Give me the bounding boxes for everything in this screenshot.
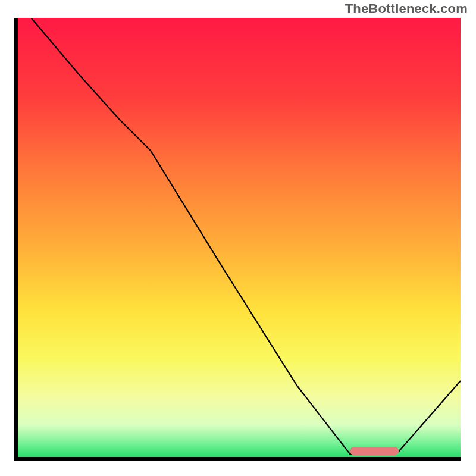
plot-area [18, 18, 461, 461]
bottleneck-curve [18, 18, 461, 461]
watermark-text: TheBottleneck.com [345, 1, 468, 17]
y-axis [14, 18, 18, 461]
x-axis [18, 457, 461, 461]
chart-container: TheBottleneck.com [0, 0, 476, 476]
bottleneck-curve-path [31, 18, 461, 454]
optimal-range-marker [350, 447, 399, 455]
